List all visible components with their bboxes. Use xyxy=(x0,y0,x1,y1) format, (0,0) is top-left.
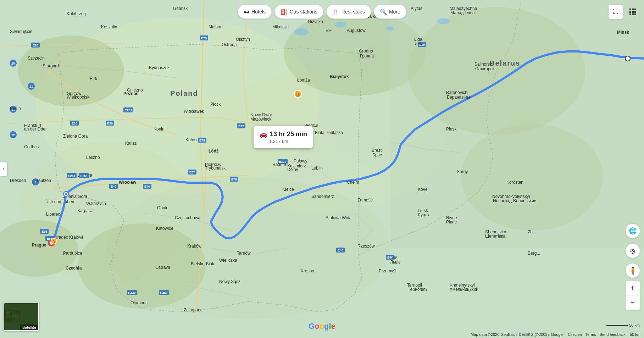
svg-text:Piła: Piła xyxy=(90,76,97,81)
svg-text:Olomouc: Olomouc xyxy=(131,300,148,305)
pegman-button[interactable]: 🧍 xyxy=(626,264,640,278)
map-container[interactable]: E75 E65 E55 E67 E40 E40 E261 E30 E30 E75… xyxy=(0,0,644,338)
hotels-button[interactable]: 🛏 Hotels xyxy=(238,5,272,19)
svg-text:Wrocław: Wrocław xyxy=(119,180,137,185)
svg-rect-198 xyxy=(629,11,631,13)
svg-text:Radom: Radom xyxy=(272,162,286,167)
svg-text:E67: E67 xyxy=(189,171,195,174)
svg-text:Augustów: Augustów xyxy=(347,28,366,33)
svg-text:Konin: Konin xyxy=(154,127,165,132)
more-label: More xyxy=(389,9,400,15)
more-icon: 🔍 xyxy=(380,9,387,15)
svg-text:Płock: Płock xyxy=(210,102,221,107)
svg-text:Zakopane: Zakopane xyxy=(184,307,203,312)
car-icon: 🚗 xyxy=(259,130,267,138)
svg-text:Pardubice: Pardubice xyxy=(63,251,82,256)
svg-point-16 xyxy=(386,26,394,31)
apps-button[interactable] xyxy=(626,5,640,19)
svg-text:E75: E75 xyxy=(231,178,237,181)
svg-text:Lviv: Lviv xyxy=(389,255,397,260)
svg-rect-201 xyxy=(629,13,631,15)
svg-text:Białystok: Białystok xyxy=(330,74,349,79)
svg-text:Mikołajki: Mikołajki xyxy=(272,24,289,29)
svg-text:⛽: ⛽ xyxy=(52,240,56,243)
svg-text:Lublin: Lublin xyxy=(311,166,323,171)
satellite-label: Satellite xyxy=(20,325,38,330)
svg-text:Przemyśl: Przemyśl xyxy=(379,268,396,273)
svg-text:Kielce: Kielce xyxy=(282,187,294,192)
rest-stops-label: Rest stops xyxy=(342,9,365,15)
svg-text:Korosten: Korosten xyxy=(506,180,523,185)
svg-text:Biała Podlaska: Biała Podlaska xyxy=(315,130,343,135)
svg-text:12: 12 xyxy=(11,133,15,137)
sidebar-toggle[interactable]: › xyxy=(0,162,7,176)
svg-text:Liberec: Liberec xyxy=(46,212,60,217)
svg-text:Chełm: Chełm xyxy=(347,180,359,185)
svg-text:Pinsk: Pinsk xyxy=(446,127,457,132)
zoom-out-button[interactable]: − xyxy=(626,295,640,310)
svg-text:Bydgoszcz: Bydgoszcz xyxy=(149,65,170,70)
svg-text:Alytus: Alytus xyxy=(411,6,422,11)
zoom-in-button[interactable]: + xyxy=(626,281,640,295)
svg-text:Ostrava: Ostrava xyxy=(155,265,170,270)
svg-text:Szczecin: Szczecin xyxy=(28,56,45,61)
svg-rect-199 xyxy=(632,11,634,13)
svg-text:Kutno: Kutno xyxy=(185,137,197,142)
svg-text:Rzeszów: Rzeszów xyxy=(357,244,375,249)
globe-button[interactable]: 🌐 xyxy=(626,224,640,238)
svg-text:Баранавічы: Баранавічы xyxy=(447,95,470,100)
scale-bar: 50 km xyxy=(606,323,640,327)
rest-stops-button[interactable]: 🍴 Rest stops xyxy=(326,5,371,19)
svg-text:Cottbus: Cottbus xyxy=(24,144,39,149)
toolbar: 🛏 Hotels ⛽ Gas stations 🍴 Rest stops 🔍 M… xyxy=(238,5,406,19)
svg-text:Prague: Prague xyxy=(32,243,46,248)
svg-text:E40: E40 xyxy=(111,185,116,188)
svg-text:Новоград-Волинський: Новоград-Волинський xyxy=(493,198,537,203)
svg-text:Dresden: Dresden xyxy=(10,178,26,183)
gas-stations-label: Gas stations xyxy=(290,9,317,15)
svg-text:E55: E55 xyxy=(41,230,47,233)
svg-text:Sandomierz: Sandomierz xyxy=(311,194,334,199)
satellite-toggle[interactable]: Satellite xyxy=(4,303,39,331)
svg-rect-13 xyxy=(390,0,644,248)
czechia-link[interactable]: Czechia xyxy=(568,332,582,337)
svg-text:E77: E77 xyxy=(238,124,244,128)
feedback-link[interactable]: Send feedback xyxy=(600,332,626,337)
svg-text:Хмельницький: Хмельницький xyxy=(450,287,478,292)
svg-text:E30: E30 xyxy=(107,122,113,125)
svg-text:Маладзечна: Маладзечна xyxy=(450,10,475,15)
terms-link[interactable]: Terms xyxy=(585,332,596,337)
svg-text:Gniezno: Gniezno xyxy=(127,88,143,93)
location-button[interactable]: ◎ xyxy=(626,244,640,258)
svg-text:Czechia: Czechia xyxy=(66,266,82,271)
svg-text:Рівне: Рівне xyxy=(446,220,457,225)
svg-text:Włocławek: Włocławek xyxy=(184,109,204,114)
svg-rect-197 xyxy=(634,9,636,10)
more-button[interactable]: 🔍 More xyxy=(374,5,406,19)
svg-text:Тернопіль: Тернопіль xyxy=(408,287,428,292)
svg-text:E261: E261 xyxy=(124,109,132,112)
svg-rect-190 xyxy=(11,310,15,313)
svg-text:Gdańsk: Gdańsk xyxy=(173,6,188,11)
svg-text:Świnoujście: Świnoujście xyxy=(10,29,33,34)
svg-text:E40: E40 xyxy=(338,249,343,252)
svg-rect-189 xyxy=(6,311,10,315)
svg-rect-196 xyxy=(632,9,634,10)
svg-rect-192 xyxy=(12,314,19,318)
svg-text:Kalisz: Kalisz xyxy=(125,141,137,146)
svg-text:Brest: Brest xyxy=(372,148,382,153)
gas-stations-button[interactable]: ⛽ Gas stations xyxy=(274,5,323,19)
rest-stops-icon: 🍴 xyxy=(332,9,339,15)
scale-label: 50 km xyxy=(630,332,640,337)
map-attribution: Map data ©2020 GeoBasis-DE/BKG (©2009), … xyxy=(471,332,564,337)
svg-text:E261: E261 xyxy=(68,174,75,178)
svg-text:Ostróda: Ostróda xyxy=(222,42,237,47)
fullscreen-button[interactable]: ⛶ xyxy=(609,5,623,19)
svg-text:Sarny: Sarny xyxy=(457,169,468,174)
svg-text:Kovel: Kovel xyxy=(418,187,428,192)
svg-text:Wieliczka: Wieliczka xyxy=(219,258,237,263)
svg-text:Bielsko-Biała: Bielsko-Biała xyxy=(191,261,216,266)
svg-text:Брэст: Брэст xyxy=(372,153,384,157)
svg-text:Berlin: Berlin xyxy=(10,106,21,111)
svg-text:E28: E28 xyxy=(33,44,38,47)
